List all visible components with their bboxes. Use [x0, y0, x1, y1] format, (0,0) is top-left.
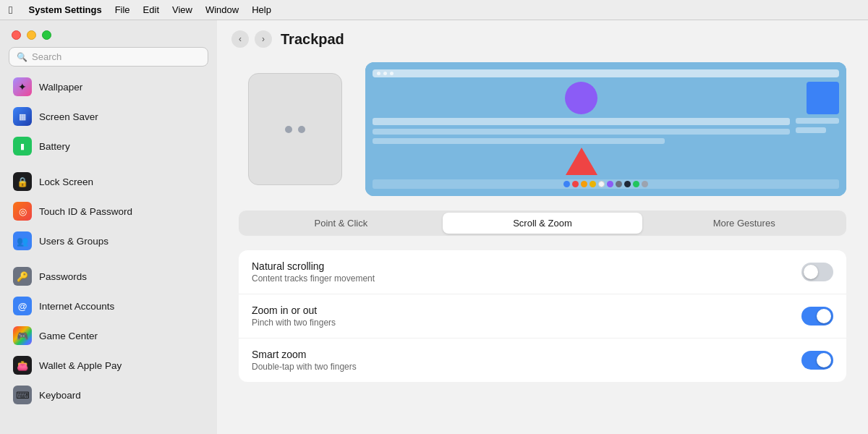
titlebar: ‹ › Trackpad	[217, 20, 868, 55]
color-dot-gray2	[642, 181, 648, 187]
color-dot-white	[598, 181, 605, 187]
tab-scroll-zoom[interactable]: Scroll & Zoom	[443, 213, 643, 234]
zoom-subtitle: Pinch with two fingers	[252, 318, 801, 328]
sidebar-item-screensaver[interactable]: ▦ Screen Saver	[6, 102, 211, 131]
sidebar-item-internet[interactable]: @ Internet Accounts	[6, 292, 211, 320]
trackpad-dot-right	[298, 126, 305, 133]
preview-line2	[796, 127, 826, 133]
sidebar-item-wallpaper[interactable]: ✦ Wallpaper	[6, 72, 211, 101]
sidebar-list: ✦ Wallpaper ▦ Screen Saver ▮ Battery 🔒 L…	[0, 72, 217, 434]
settings-group: Natural scrolling Content tracks finger …	[239, 250, 846, 382]
natural-scrolling-toggle[interactable]	[801, 263, 833, 281]
touchid-icon: ◎	[13, 202, 32, 221]
settings-row-text-natural: Natural scrolling Content tracks finger …	[252, 260, 801, 284]
preview-topbar-dot	[377, 72, 380, 75]
wallet-icon: 👛	[13, 356, 32, 375]
menu-bar:  System Settings File Edit View Window …	[0, 0, 868, 20]
sidebar-item-passwords[interactable]: 🔑 Passwords	[6, 262, 211, 291]
sidebar: 🔍 ✦ Wallpaper ▦ Screen Saver ▮ Battery 🔒…	[0, 20, 217, 434]
sidebar-label-gamecenter: Game Center	[39, 331, 98, 341]
maximize-button[interactable]	[42, 30, 51, 40]
preview-topbar	[373, 69, 839, 77]
gamecenter-icon: 🎮	[13, 326, 32, 345]
sidebar-item-users[interactable]: 👥 Users & Groups	[6, 226, 211, 255]
sidebar-label-touchid: Touch ID & Password	[39, 206, 132, 217]
sidebar-item-keyboard[interactable]: ⌨ Keyboard	[6, 380, 211, 409]
wallpaper-icon: ✦	[13, 77, 32, 96]
internet-icon: @	[13, 297, 32, 315]
color-dot-orange	[581, 181, 587, 187]
search-icon: 🔍	[17, 52, 27, 62]
natural-scrolling-thumb	[804, 265, 818, 279]
sidebar-label-passwords: Passwords	[39, 271, 87, 282]
preview-rect3	[373, 138, 665, 144]
close-button[interactable]	[12, 30, 21, 40]
top-section	[239, 62, 846, 196]
menu-edit[interactable]: Edit	[143, 4, 159, 15]
menu-file[interactable]: File	[115, 4, 130, 15]
trackpad-dot-left	[285, 126, 292, 133]
preview-topbar-dot2	[383, 72, 387, 75]
preview-triangle-container	[373, 148, 790, 175]
search-container: 🔍	[0, 47, 217, 72]
sidebar-label-keyboard: Keyboard	[39, 390, 81, 401]
tab-point-click[interactable]: Point & Click	[241, 213, 441, 234]
minimize-button[interactable]	[27, 30, 36, 40]
sidebar-item-battery[interactable]: ▮ Battery	[6, 132, 211, 161]
preview-inner	[365, 62, 846, 196]
page-title: Trackpad	[281, 31, 344, 48]
preview-square	[807, 82, 839, 114]
menu-window[interactable]: Window	[205, 4, 239, 15]
sidebar-label-screensaver: Screen Saver	[39, 111, 98, 122]
sidebar-item-wallet[interactable]: 👛 Wallet & Apple Pay	[6, 351, 211, 380]
tab-bar: Point & Click Scroll & Zoom More Gesture…	[239, 210, 846, 236]
color-dot-red	[572, 181, 579, 187]
search-box: 🔍	[9, 47, 208, 67]
preview-line1	[796, 118, 839, 124]
app-window: 🔍 ✦ Wallpaper ▦ Screen Saver ▮ Battery 🔒…	[0, 20, 868, 434]
settings-row-text-smart-zoom: Smart zoom Double-tap with two fingers	[252, 349, 801, 372]
keyboard-icon: ⌨	[13, 386, 32, 404]
color-dot-purple	[607, 181, 613, 187]
preview-right	[796, 82, 839, 175]
preview-rect2	[373, 129, 790, 135]
menu-help[interactable]: Help	[252, 4, 271, 15]
preview-triangle	[566, 148, 597, 175]
users-icon: 👥	[13, 231, 32, 250]
app-name[interactable]: System Settings	[28, 4, 101, 15]
preview-circle	[565, 82, 597, 114]
sidebar-item-gamecenter[interactable]: 🎮 Game Center	[6, 321, 211, 350]
sidebar-label-wallpaper: Wallpaper	[39, 82, 82, 93]
sidebar-label-users: Users & Groups	[39, 236, 109, 247]
settings-row-zoom: Zoom in or out Pinch with two fingers	[239, 294, 846, 339]
preview-colors	[373, 179, 839, 189]
preview-rect1	[373, 118, 790, 125]
preview-left	[373, 82, 790, 175]
apple-menu[interactable]: 	[9, 4, 12, 16]
back-button[interactable]: ‹	[231, 30, 249, 48]
zoom-toggle[interactable]	[801, 307, 833, 326]
sidebar-item-touchid[interactable]: ◎ Touch ID & Password	[6, 197, 211, 226]
screensaver-icon: ▦	[13, 107, 32, 126]
smart-zoom-toggle[interactable]	[801, 351, 833, 370]
forward-button[interactable]: ›	[255, 30, 272, 48]
natural-scrolling-title: Natural scrolling	[252, 260, 801, 272]
main-panel: ‹ › Trackpad	[217, 20, 868, 434]
smart-zoom-thumb	[817, 353, 831, 367]
tab-more-gestures[interactable]: More Gestures	[644, 213, 844, 234]
color-dot-gray	[616, 181, 622, 187]
sidebar-label-internet: Internet Accounts	[39, 301, 114, 312]
color-dot-dark	[624, 181, 631, 187]
preview-image	[365, 62, 846, 196]
lockscreen-icon: 🔒	[13, 172, 32, 191]
trackpad-illustration	[239, 66, 351, 192]
search-input[interactable]	[32, 51, 200, 62]
settings-row-smart-zoom: Smart zoom Double-tap with two fingers	[239, 339, 846, 382]
natural-scrolling-subtitle: Content tracks finger movement	[252, 273, 801, 284]
settings-row-natural-scrolling: Natural scrolling Content tracks finger …	[239, 250, 846, 294]
sidebar-label-lockscreen: Lock Screen	[39, 176, 93, 187]
sidebar-item-lockscreen[interactable]: 🔒 Lock Screen	[6, 167, 211, 196]
preview-content	[373, 82, 839, 175]
preview-topbar-dot3	[390, 72, 393, 75]
menu-view[interactable]: View	[172, 4, 192, 15]
